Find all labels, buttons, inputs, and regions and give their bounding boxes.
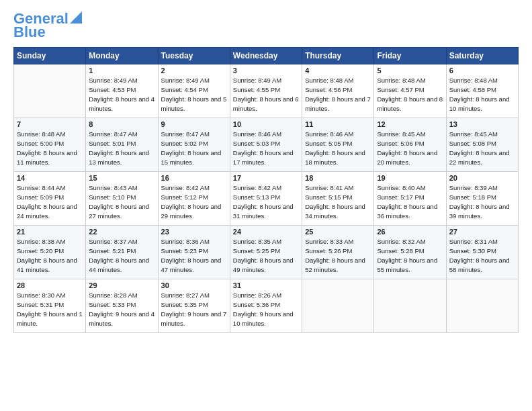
cell-content: Sunrise: 8:49 AM Sunset: 4:53 PM Dayligh… (89, 76, 154, 113)
cell-content: Sunrise: 8:48 AM Sunset: 5:00 PM Dayligh… (17, 130, 83, 167)
cell-content: Sunrise: 8:48 AM Sunset: 4:58 PM Dayligh… (449, 76, 515, 113)
sunrise-text: Sunrise: 8:49 AM (233, 76, 299, 85)
calendar-cell: 9 Sunrise: 8:47 AM Sunset: 5:02 PM Dayli… (158, 118, 230, 172)
day-number: 19 (377, 174, 443, 182)
cell-content: Sunrise: 8:42 AM Sunset: 5:12 PM Dayligh… (161, 183, 227, 220)
daylight-text: Daylight: 8 hours and 6 minutes. (233, 95, 299, 113)
sunset-text: Sunset: 5:12 PM (161, 193, 227, 202)
cell-content: Sunrise: 8:33 AM Sunset: 5:26 PM Dayligh… (305, 237, 371, 274)
sunrise-text: Sunrise: 8:48 AM (17, 130, 83, 139)
sunset-text: Sunset: 5:26 PM (305, 246, 371, 256)
sunset-text: Sunset: 5:21 PM (89, 246, 154, 256)
sunset-text: Sunset: 5:35 PM (161, 300, 227, 310)
day-number: 16 (161, 174, 227, 182)
sunrise-text: Sunrise: 8:39 AM (449, 183, 515, 193)
sunset-text: Sunset: 5:18 PM (449, 193, 515, 202)
sunrise-text: Sunrise: 8:38 AM (17, 237, 83, 246)
calendar-cell: 7 Sunrise: 8:48 AM Sunset: 5:00 PM Dayli… (14, 118, 86, 172)
calendar-cell: 29 Sunrise: 8:28 AM Sunset: 5:33 PM Dayl… (86, 279, 158, 333)
sunset-text: Sunset: 5:15 PM (305, 193, 371, 202)
sunset-text: Sunset: 5:08 PM (449, 139, 515, 148)
cell-content: Sunrise: 8:35 AM Sunset: 5:25 PM Dayligh… (233, 237, 299, 274)
cell-content: Sunrise: 8:46 AM Sunset: 5:05 PM Dayligh… (305, 130, 371, 167)
day-number: 20 (449, 174, 515, 182)
weekday-header-sunday: Sunday (14, 48, 86, 64)
daylight-text: Daylight: 8 hours and 27 minutes. (89, 202, 154, 221)
daylight-text: Daylight: 8 hours and 13 minutes. (89, 148, 154, 167)
calendar-cell: 4 Sunrise: 8:48 AM Sunset: 4:56 PM Dayli… (302, 64, 374, 118)
weekday-header-row: SundayMondayTuesdayWednesdayThursdayFrid… (14, 48, 519, 64)
sunset-text: Sunset: 4:53 PM (89, 85, 154, 95)
daylight-text: Daylight: 8 hours and 55 minutes. (377, 256, 443, 275)
cell-content: Sunrise: 8:39 AM Sunset: 5:18 PM Dayligh… (449, 183, 515, 220)
day-number: 30 (161, 281, 227, 289)
day-number: 25 (305, 228, 371, 236)
sunset-text: Sunset: 4:55 PM (233, 85, 299, 95)
calendar-cell: 23 Sunrise: 8:36 AM Sunset: 5:23 PM Dayl… (158, 226, 230, 279)
cell-content: Sunrise: 8:47 AM Sunset: 5:02 PM Dayligh… (161, 130, 227, 167)
sunset-text: Sunset: 5:06 PM (377, 139, 443, 148)
cell-content: Sunrise: 8:37 AM Sunset: 5:21 PM Dayligh… (89, 237, 154, 274)
daylight-text: Daylight: 8 hours and 31 minutes. (233, 202, 299, 221)
cell-content: Sunrise: 8:26 AM Sunset: 5:36 PM Dayligh… (233, 291, 299, 328)
day-number: 22 (89, 228, 154, 236)
day-number: 27 (449, 228, 515, 236)
day-number: 8 (89, 120, 154, 128)
daylight-text: Daylight: 8 hours and 49 minutes. (233, 256, 299, 275)
calendar-cell: 11 Sunrise: 8:46 AM Sunset: 5:05 PM Dayl… (302, 118, 374, 172)
calendar-cell: 3 Sunrise: 8:49 AM Sunset: 4:55 PM Dayli… (230, 64, 302, 118)
daylight-text: Daylight: 8 hours and 18 minutes. (305, 148, 371, 167)
daylight-text: Daylight: 8 hours and 17 minutes. (233, 148, 299, 167)
sunset-text: Sunset: 5:31 PM (17, 300, 83, 310)
daylight-text: Daylight: 8 hours and 47 minutes. (161, 256, 227, 275)
sunset-text: Sunset: 5:20 PM (17, 246, 83, 256)
calendar-cell: 2 Sunrise: 8:49 AM Sunset: 4:54 PM Dayli… (158, 64, 230, 118)
sunset-text: Sunset: 4:56 PM (305, 85, 371, 95)
weekday-header-monday: Monday (86, 48, 158, 64)
calendar-cell: 21 Sunrise: 8:38 AM Sunset: 5:20 PM Dayl… (14, 226, 86, 279)
day-number: 11 (305, 120, 371, 128)
calendar-cell: 22 Sunrise: 8:37 AM Sunset: 5:21 PM Dayl… (86, 226, 158, 279)
calendar-cell: 24 Sunrise: 8:35 AM Sunset: 5:25 PM Dayl… (230, 226, 302, 279)
sunset-text: Sunset: 5:17 PM (377, 193, 443, 202)
sunset-text: Sunset: 5:05 PM (305, 139, 371, 148)
sunrise-text: Sunrise: 8:41 AM (305, 183, 371, 193)
daylight-text: Daylight: 8 hours and 11 minutes. (17, 148, 83, 167)
calendar-cell: 20 Sunrise: 8:39 AM Sunset: 5:18 PM Dayl… (446, 172, 518, 226)
calendar-cell: 19 Sunrise: 8:40 AM Sunset: 5:17 PM Dayl… (374, 172, 446, 226)
sunrise-text: Sunrise: 8:46 AM (233, 130, 299, 139)
daylight-text: Daylight: 8 hours and 39 minutes. (449, 202, 515, 221)
daylight-text: Daylight: 8 hours and 44 minutes. (89, 256, 154, 275)
sunrise-text: Sunrise: 8:31 AM (449, 237, 515, 246)
day-number: 6 (449, 66, 515, 75)
daylight-text: Daylight: 8 hours and 7 minutes. (305, 95, 371, 113)
sunset-text: Sunset: 5:28 PM (377, 246, 443, 256)
week-row-2: 14 Sunrise: 8:44 AM Sunset: 5:09 PM Dayl… (14, 172, 519, 226)
day-number: 7 (17, 120, 83, 128)
cell-content: Sunrise: 8:31 AM Sunset: 5:30 PM Dayligh… (449, 237, 515, 274)
daylight-text: Daylight: 8 hours and 20 minutes. (377, 148, 443, 167)
calendar-cell: 10 Sunrise: 8:46 AM Sunset: 5:03 PM Dayl… (230, 118, 302, 172)
sunset-text: Sunset: 5:23 PM (161, 246, 227, 256)
cell-content: Sunrise: 8:32 AM Sunset: 5:28 PM Dayligh… (377, 237, 443, 274)
sunset-text: Sunset: 5:01 PM (89, 139, 154, 148)
daylight-text: Daylight: 8 hours and 29 minutes. (161, 202, 227, 221)
calendar-cell: 26 Sunrise: 8:32 AM Sunset: 5:28 PM Dayl… (374, 226, 446, 279)
calendar-page: General Blue SundayMondayTuesdayWednesda… (0, 0, 532, 411)
logo-triangle-icon (70, 11, 82, 24)
calendar-cell: 6 Sunrise: 8:48 AM Sunset: 4:58 PM Dayli… (446, 64, 518, 118)
sunset-text: Sunset: 5:13 PM (233, 193, 299, 202)
calendar-cell (374, 279, 446, 333)
calendar-cell: 28 Sunrise: 8:30 AM Sunset: 5:31 PM Dayl… (14, 279, 86, 333)
calendar-cell: 15 Sunrise: 8:43 AM Sunset: 5:10 PM Dayl… (86, 172, 158, 226)
cell-content: Sunrise: 8:38 AM Sunset: 5:20 PM Dayligh… (17, 237, 83, 274)
sunrise-text: Sunrise: 8:35 AM (233, 237, 299, 246)
week-row-1: 7 Sunrise: 8:48 AM Sunset: 5:00 PM Dayli… (14, 118, 519, 172)
day-number: 26 (377, 228, 443, 236)
cell-content: Sunrise: 8:46 AM Sunset: 5:03 PM Dayligh… (233, 130, 299, 167)
week-row-4: 28 Sunrise: 8:30 AM Sunset: 5:31 PM Dayl… (14, 279, 519, 333)
sunrise-text: Sunrise: 8:47 AM (89, 130, 154, 139)
calendar-cell: 27 Sunrise: 8:31 AM Sunset: 5:30 PM Dayl… (446, 226, 518, 279)
daylight-text: Daylight: 8 hours and 10 minutes. (449, 95, 515, 113)
weekday-header-wednesday: Wednesday (230, 48, 302, 64)
